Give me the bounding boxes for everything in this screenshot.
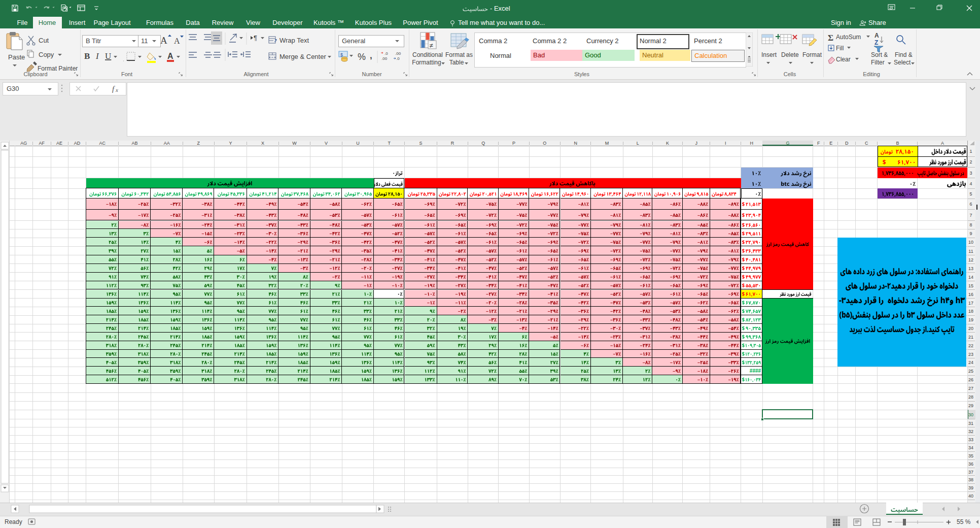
- svg-text:####: ####: [750, 368, 761, 374]
